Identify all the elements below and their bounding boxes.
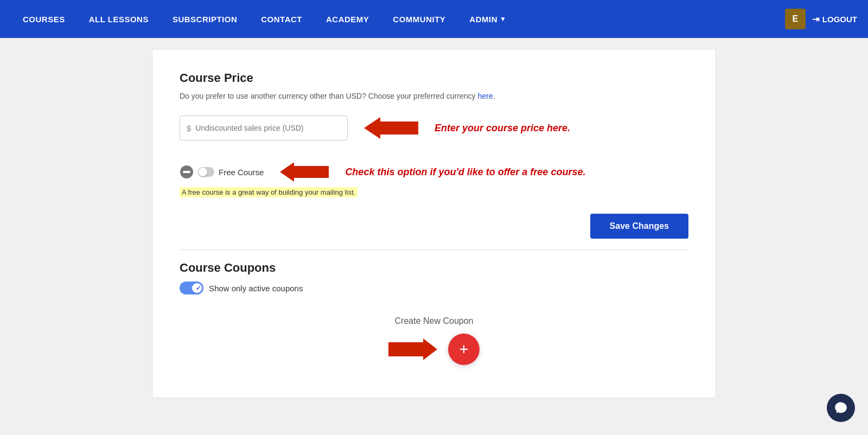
show-active-label: Show only active coupons [209, 284, 303, 293]
free-course-toggle[interactable] [180, 165, 194, 179]
red-right-arrow-coupon-icon [388, 338, 437, 360]
price-annotation-text: Enter your course price here. [435, 123, 570, 134]
currency-link[interactable]: here [477, 92, 493, 100]
nav-item-admin[interactable]: ADMIN ▼ [457, 0, 518, 38]
create-coupon-label: Create New Coupon [395, 316, 474, 326]
course-coupons-title: Course Coupons [180, 261, 688, 275]
add-btn-row: + [388, 334, 480, 365]
svg-marker-0 [364, 117, 418, 139]
nav-item-community[interactable]: COMMUNITY [381, 0, 457, 38]
avatar[interactable]: E [785, 9, 806, 29]
toggle-minus-icon [180, 165, 194, 179]
nav-item-subscription[interactable]: SUBSCRIPTION [161, 0, 249, 38]
nav-item-all-lessons[interactable]: ALL LESSONS [77, 0, 161, 38]
free-course-label: Free Course [219, 168, 264, 177]
free-course-row: Free Course Check this option if you'd l… [180, 162, 688, 197]
create-coupon-wrap: Create New Coupon + [180, 311, 688, 376]
page-container: Course Price Do you prefer to use anothe… [152, 38, 716, 409]
price-input[interactable] [195, 124, 341, 132]
price-input-wrap: $ [180, 116, 348, 140]
admin-dropdown-icon: ▼ [500, 15, 506, 23]
logout-button[interactable]: ⇥ LOGOUT [812, 14, 857, 24]
save-changes-button[interactable]: Save Changes [590, 214, 688, 239]
course-price-section: Course Price Do you prefer to use anothe… [180, 71, 688, 239]
course-coupons-section: Course Coupons ✓ Show only active coupon… [180, 261, 688, 376]
price-arrow-indicator [364, 117, 418, 139]
navbar: COURSES ALL LESSONS SUBSCRIPTION CONTACT… [0, 0, 868, 38]
svg-marker-4 [388, 338, 437, 360]
free-course-hint: A free course is a great way of building… [180, 187, 358, 197]
save-changes-row: Save Changes [180, 214, 688, 239]
course-price-title: Course Price [180, 71, 688, 85]
main-card: Course Price Do you prefer to use anothe… [152, 49, 716, 398]
nav-left: COURSES ALL LESSONS SUBSCRIPTION CONTACT… [11, 0, 785, 38]
free-course-arrow-indicator [280, 162, 329, 182]
logout-icon: ⇥ [812, 14, 819, 24]
nav-item-courses[interactable]: COURSES [11, 0, 77, 38]
check-icon: ✓ [196, 285, 201, 292]
price-symbol: $ [187, 124, 191, 133]
free-course-toggle-group: Free Course [180, 165, 264, 179]
svg-rect-2 [183, 171, 190, 173]
chat-icon [834, 401, 848, 415]
red-left-arrow-free-icon [280, 162, 329, 182]
toggle-switch[interactable] [198, 167, 214, 177]
section-divider [180, 250, 688, 250]
show-active-toggle[interactable]: ✓ [180, 282, 203, 295]
price-input-row: $ Enter your course price here. [180, 116, 688, 140]
nav-item-contact[interactable]: CONTACT [249, 0, 314, 38]
course-price-desc: Do you prefer to use another currency ot… [180, 92, 688, 100]
free-course-annotation-text: Check this option if you'd like to offer… [345, 167, 585, 178]
nav-item-academy[interactable]: ACADEMY [314, 0, 381, 38]
chat-bubble-button[interactable] [827, 394, 855, 422]
red-left-arrow-icon [364, 117, 418, 139]
svg-marker-3 [280, 162, 329, 182]
nav-right: E ⇥ LOGOUT [785, 9, 857, 29]
show-active-row: ✓ Show only active coupons [180, 282, 688, 295]
add-coupon-button[interactable]: + [448, 334, 480, 365]
